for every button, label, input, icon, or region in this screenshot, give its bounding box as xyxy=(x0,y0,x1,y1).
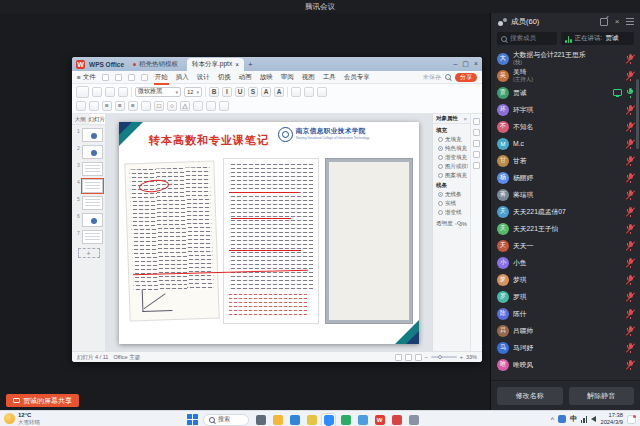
save-icon[interactable] xyxy=(102,74,109,81)
wps-menu-item[interactable]: 视图 xyxy=(301,73,316,82)
animation-tool-icon[interactable] xyxy=(473,129,480,136)
toolbar-icon[interactable]: ○ xyxy=(167,101,177,111)
member-row[interactable]: 杨 杨丽婷 xyxy=(491,169,640,186)
format-icon[interactable]: B xyxy=(209,87,219,97)
radio-icon[interactable] xyxy=(438,146,443,151)
scrollbar[interactable] xyxy=(636,79,639,149)
member-row[interactable]: 环 环宇琪 xyxy=(491,101,640,118)
toolbar-icon[interactable] xyxy=(105,87,115,97)
line-option[interactable]: 渐变线 xyxy=(433,207,470,216)
help-tool-icon[interactable] xyxy=(473,162,480,169)
zoom-slider[interactable] xyxy=(431,356,457,358)
wps-menu-item[interactable]: 动画 xyxy=(238,73,253,82)
toolbar-icon[interactable] xyxy=(76,101,86,111)
wps-docer-tab[interactable]: 稻壳热销模板 xyxy=(128,57,183,71)
search-input[interactable]: 搜索成员 xyxy=(497,32,557,45)
radio-icon[interactable] xyxy=(438,164,443,169)
taskbar-app[interactable] xyxy=(406,413,421,426)
member-row[interactable]: 大 大数据与会计221王思乐 (我) xyxy=(491,50,640,67)
toolbar-icon[interactable] xyxy=(206,101,216,111)
radio-icon[interactable] xyxy=(438,192,443,197)
format-icon[interactable]: I xyxy=(222,87,232,97)
tab-outline[interactable]: 大纲 xyxy=(72,114,89,124)
paste-icon[interactable] xyxy=(76,86,89,98)
format-icon[interactable]: U xyxy=(235,87,245,97)
member-row[interactable]: 天 天天221王子怡 xyxy=(491,220,640,237)
member-row[interactable]: 天 天天221疏孟倩07 xyxy=(491,203,640,220)
close-icon[interactable]: × xyxy=(474,60,478,68)
undo-icon[interactable] xyxy=(115,74,122,81)
unmute-button[interactable]: 解除静音 xyxy=(569,387,635,405)
member-row[interactable]: 唯 唯映风 xyxy=(491,356,640,373)
play-view-icon[interactable] xyxy=(415,354,422,361)
close-panel-icon[interactable]: × xyxy=(613,18,621,26)
outline-tool-icon[interactable] xyxy=(473,140,480,147)
member-row[interactable]: 梦 梦琪 xyxy=(491,271,640,288)
wps-file-tab[interactable]: 转本分享.pptx× xyxy=(187,58,244,71)
zoom-in-icon[interactable]: + xyxy=(460,354,463,360)
wps-menu-item[interactable]: 设计 xyxy=(196,73,211,82)
toolbar-icon[interactable]: △ xyxy=(180,101,190,111)
toolbar-icon[interactable] xyxy=(193,101,203,111)
radio-icon[interactable] xyxy=(438,137,443,142)
fill-option[interactable]: 图片或纹理填充 xyxy=(433,161,470,170)
taskbar-app[interactable] xyxy=(287,413,302,426)
fill-option[interactable]: 图案填充 xyxy=(433,170,470,179)
slide-thumbnail[interactable]: 3 xyxy=(74,162,103,176)
add-slide-button[interactable]: + xyxy=(78,248,100,258)
toolbar-icon[interactable] xyxy=(317,87,327,97)
format-icon[interactable]: A xyxy=(261,87,271,97)
wps-menu-item[interactable]: 插入 xyxy=(175,73,190,82)
security-tray-icon[interactable] xyxy=(558,415,566,423)
taskbar-app[interactable] xyxy=(270,413,285,426)
member-row[interactable]: 甘 甘若 xyxy=(491,152,640,169)
slide[interactable]: 转本高数和专业课笔记 南京信息职业技术学院 Nanjing Vocational… xyxy=(119,122,419,344)
toolbar-icon[interactable] xyxy=(141,101,151,111)
maximize-icon[interactable]: ▢ xyxy=(462,60,469,68)
panel-close-icon[interactable]: × xyxy=(463,116,467,122)
slide-thumbnail[interactable]: 5 xyxy=(74,196,103,210)
toolbar-icon[interactable] xyxy=(92,87,102,97)
taskbar-app[interactable]: W xyxy=(372,413,387,426)
comment-tool-icon[interactable] xyxy=(473,151,480,158)
taskbar-app[interactable] xyxy=(253,413,268,426)
member-row[interactable]: 蒋 蒋瑞琪 xyxy=(491,186,640,203)
radio-icon[interactable] xyxy=(438,201,443,206)
ime-indicator[interactable]: 中 xyxy=(570,414,577,424)
member-row[interactable]: 陈 陈什 xyxy=(491,305,640,322)
share-button[interactable]: 分享 xyxy=(455,73,477,82)
menu-icon[interactable] xyxy=(626,18,634,25)
taskbar-app[interactable] xyxy=(338,413,353,426)
popout-icon[interactable] xyxy=(600,18,608,26)
wps-menu-item[interactable]: 会员专享 xyxy=(343,73,371,82)
wps-menu-item[interactable]: 审阅 xyxy=(280,73,295,82)
search-commands-icon[interactable] xyxy=(445,74,451,80)
taskbar-app[interactable] xyxy=(321,413,336,426)
weather-widget[interactable]: 12°C 大雪转晴 xyxy=(4,412,40,425)
zoom-out-icon[interactable]: − xyxy=(425,354,428,360)
member-row[interactable]: 罗 罗琪 xyxy=(491,288,640,305)
wps-menu-item[interactable]: 切换 xyxy=(217,73,232,82)
tab-slides[interactable]: 幻灯片 xyxy=(89,114,106,124)
member-row[interactable]: 小 小鱼 xyxy=(491,254,640,271)
toolbar-icon[interactable] xyxy=(304,87,314,97)
member-row[interactable]: 天 天天一 xyxy=(491,237,640,254)
toolbar-icon[interactable]: □ xyxy=(154,101,164,111)
fill-option[interactable]: 渐变填充 xyxy=(433,152,470,161)
slide-thumbnail[interactable]: 4 xyxy=(74,179,103,193)
taskbar-app[interactable] xyxy=(389,413,404,426)
fill-option[interactable]: 无填充 xyxy=(433,134,470,143)
print-icon[interactable] xyxy=(141,74,148,81)
notification-bell-icon[interactable] xyxy=(627,415,636,424)
slide-thumbnail[interactable]: 2 xyxy=(74,145,103,159)
network-icon[interactable] xyxy=(581,416,588,423)
taskbar-search[interactable]: 搜索 xyxy=(203,414,249,426)
member-row[interactable]: 吕 吕疆帅 xyxy=(491,322,640,339)
fill-option[interactable]: 纯色填充 xyxy=(433,143,470,152)
tab-close-icon[interactable]: × xyxy=(235,61,239,68)
toolbar-icon[interactable] xyxy=(118,87,128,97)
member-row[interactable]: 马 马珂妤 xyxy=(491,339,640,356)
member-row[interactable]: M M.c xyxy=(491,135,640,152)
toolbar-icon[interactable]: ≡ xyxy=(128,101,138,111)
taskbar-app[interactable] xyxy=(355,413,370,426)
